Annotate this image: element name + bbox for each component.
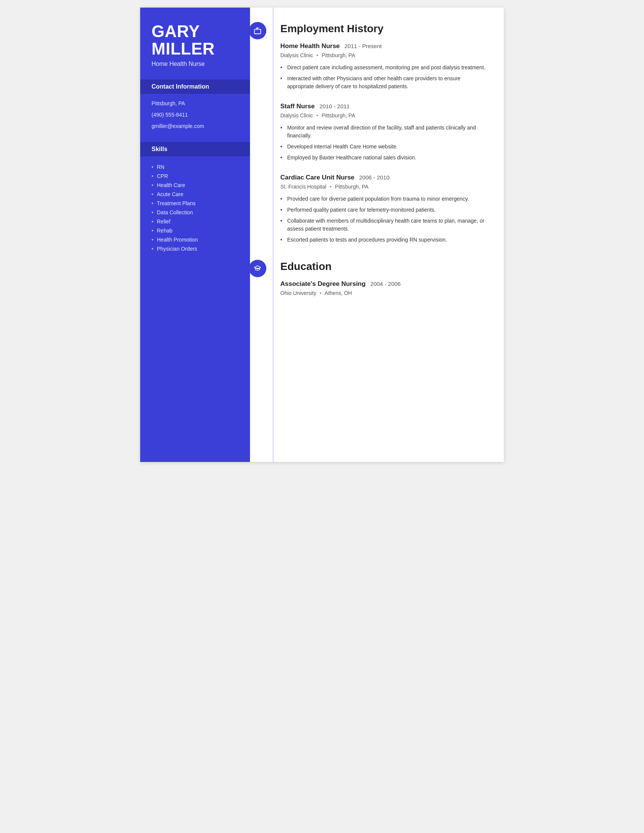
contact-section: Contact Information Pittsburgh, PA (490)… — [151, 79, 239, 130]
bullet: Monitor and review overall direction of … — [280, 122, 489, 141]
bullet: Employed by Baxter Healthcare national s… — [280, 152, 489, 163]
employment-title: Employment History — [280, 23, 383, 35]
job-1-header: Staff Nurse 2010 - 2011 — [280, 103, 489, 110]
job-1-dates: 2010 - 2011 — [319, 103, 349, 109]
skill-item: Relief — [151, 217, 239, 226]
education-header: Education — [280, 261, 489, 273]
edu-0-degree: Associate's Degree Nursing — [280, 280, 365, 287]
bullet: Direct patient care including assessment… — [280, 62, 489, 73]
skill-item: Data Collection — [151, 208, 239, 217]
contact-email: gmiller@example.com — [151, 123, 239, 130]
education-section: Education Associate's Degree Nursing 200… — [250, 261, 489, 296]
job-1: Staff Nurse 2010 - 2011 Dialysis Clinic … — [280, 103, 489, 163]
skills-list: RNCPRHealth CareAcute CareTreatment Plan… — [151, 162, 239, 253]
timeline-line — [273, 8, 274, 462]
skill-item: RN — [151, 162, 239, 172]
edu-0-dates: 2004 - 2006 — [370, 281, 401, 287]
skill-item: CPR — [151, 172, 239, 181]
employment-section: Employment History Home Health Nurse 201… — [250, 23, 489, 245]
employment-header: Employment History — [280, 23, 489, 35]
job-0-title: Home Health Nurse — [280, 42, 340, 50]
education-title: Education — [280, 261, 332, 273]
graduation-icon — [249, 260, 266, 277]
skills-header: Skills — [140, 142, 250, 156]
briefcase-icon — [249, 22, 266, 39]
main-content: Employment History Home Health Nurse 201… — [250, 8, 504, 462]
job-2-title: Cardiac Care Unit Nurse — [280, 174, 354, 181]
contact-header: Contact Information — [140, 79, 250, 94]
job-0-header: Home Health Nurse 2011 - Present — [280, 42, 489, 50]
skill-item: Acute Care — [151, 190, 239, 199]
job-2: Cardiac Care Unit Nurse 2006 - 2010 St. … — [280, 174, 489, 245]
job-1-company: Dialysis Clinic • Pittsburgh, PA — [280, 113, 489, 119]
bullet: Collaborate with members of multidiscipl… — [280, 215, 489, 234]
contact-phone: (490) 555-8411 — [151, 111, 239, 119]
job-0-company: Dialysis Clinic • Pittsburgh, PA — [280, 52, 489, 58]
skill-item: Health Care — [151, 181, 239, 190]
bullet: Developed internal Health Care Home webs… — [280, 141, 489, 152]
contact-location: Pittsburgh, PA — [151, 100, 239, 108]
candidate-name: GARY MILLER — [151, 23, 239, 58]
job-1-bullets: Monitor and review overall direction of … — [280, 122, 489, 163]
bullet: Provided care for diverse patient popula… — [280, 193, 489, 204]
job-0-bullets: Direct patient care including assessment… — [280, 62, 489, 92]
skills-section: Skills RNCPRHealth CareAcute CareTreatme… — [151, 142, 239, 253]
skill-item: Treatment Plans — [151, 199, 239, 208]
skill-item: Physician Orders — [151, 244, 239, 253]
job-2-bullets: Provided care for diverse patient popula… — [280, 193, 489, 245]
resume-container: GARY MILLER Home Health Nurse Contact In… — [140, 8, 504, 462]
edu-0-header: Associate's Degree Nursing 2004 - 2006 — [280, 280, 489, 288]
job-1-title: Staff Nurse — [280, 103, 315, 110]
job-2-company: St. Francis Hospital • Pittsburgh, PA — [280, 183, 489, 190]
job-2-header: Cardiac Care Unit Nurse 2006 - 2010 — [280, 174, 489, 182]
skill-item: Health Promotion — [151, 235, 239, 244]
bullet: Performed quality patient care for telem… — [280, 204, 489, 215]
education-0: Associate's Degree Nursing 2004 - 2006 O… — [280, 280, 489, 296]
sidebar: GARY MILLER Home Health Nurse Contact In… — [140, 8, 250, 462]
candidate-name-block: GARY MILLER Home Health Nurse — [151, 23, 239, 68]
bullet: Escorted patients to tests and procedure… — [280, 234, 489, 245]
bullet: Interacted with other Physicians and oth… — [280, 73, 489, 92]
job-2-dates: 2006 - 2010 — [359, 174, 390, 181]
skill-item: Rehab — [151, 226, 239, 235]
job-0-dates: 2011 - Present — [345, 43, 382, 49]
candidate-title: Home Health Nurse — [151, 61, 239, 68]
edu-0-school: Ohio University • Athens, OH — [280, 290, 489, 296]
job-0: Home Health Nurse 2011 - Present Dialysi… — [280, 42, 489, 92]
